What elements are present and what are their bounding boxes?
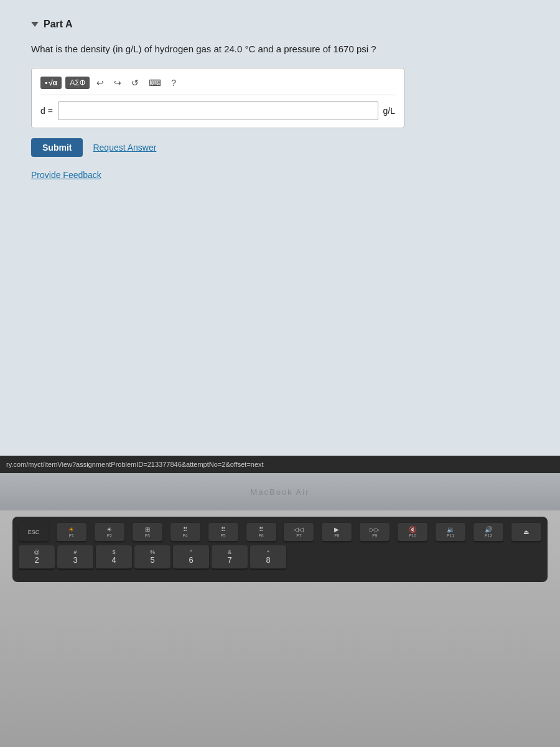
provide-feedback-button[interactable]: Provide Feedback (31, 170, 101, 180)
num-4: 4 (111, 555, 116, 565)
fn-row: ESC ☀ F1 ☀ F2 ⊞ F3 ⠿ F4 ⠿ F5 ⠿ (19, 523, 541, 542)
num-2: 2 (34, 555, 39, 565)
macbook-label-area: MacBook Air (0, 473, 560, 510)
dollar-4-key[interactable]: $ 4 (96, 545, 132, 569)
num-3: 3 (73, 555, 77, 565)
collapse-arrow-icon[interactable] (31, 22, 39, 27)
brightness-high-icon: ☀ (106, 526, 112, 533)
unit-label: g/L (383, 106, 395, 116)
submit-button[interactable]: Submit (31, 138, 83, 157)
at-2-key[interactable]: @ 2 (19, 545, 55, 569)
at-symbol: @ (34, 549, 39, 555)
f11-key[interactable]: 🔉 F11 (436, 523, 465, 542)
mute-icon: 🔇 (409, 526, 416, 533)
url-text: ry.com/myct/itemView?assignmentProblemID… (6, 461, 264, 468)
screen: Part A What is the density (in g/L) of h… (0, 0, 560, 473)
math-icon: ▪ (45, 78, 47, 87)
esc-key[interactable]: ESC (19, 523, 49, 542)
request-answer-button[interactable]: Request Answer (93, 143, 156, 153)
hash-symbol: # (73, 549, 77, 555)
f12-key[interactable]: 🔊 F12 (474, 523, 503, 542)
percent-5-key[interactable]: % 5 (134, 545, 170, 569)
ampersand-symbol: & (228, 549, 231, 555)
math-toolbar-button[interactable]: ▪ √α (40, 77, 62, 89)
help-button[interactable]: ? (168, 76, 179, 90)
keyboard-icon: ⌨ (149, 78, 161, 88)
answer-input[interactable] (58, 101, 378, 120)
volume-down-icon: 🔉 (447, 526, 454, 533)
f10-key[interactable]: 🔇 F10 (398, 523, 427, 542)
status-bar: ry.com/myct/itemView?assignmentProblemID… (0, 456, 560, 473)
ampersand-7-key[interactable]: & 7 (212, 545, 248, 569)
caret-symbol: ^ (190, 549, 192, 555)
f1-key[interactable]: ☀ F1 (57, 523, 86, 542)
launchpad-icon: ⠿ (183, 526, 187, 533)
toolbar: ▪ √α ΑΣΦ ↩ ↪ ↺ ⌨ ? (40, 76, 395, 95)
asterisk-8-key[interactable]: * 8 (250, 545, 286, 569)
num-5: 5 (150, 555, 154, 565)
caret-6-key[interactable]: ^ 6 (173, 545, 209, 569)
keyboard-button[interactable]: ⌨ (146, 76, 164, 90)
question-text: What is the density (in g/L) of hydrogen… (31, 42, 529, 57)
keyboard: ESC ☀ F1 ☀ F2 ⊞ F3 ⠿ F4 ⠿ F5 ⠿ (12, 517, 548, 582)
num-8: 8 (266, 555, 270, 565)
num-7: 7 (227, 555, 231, 565)
macbook-label: MacBook Air (251, 487, 310, 497)
volume-up-icon: 🔊 (485, 526, 492, 533)
f4-key[interactable]: ⠿ F4 (170, 523, 200, 542)
f6-key[interactable]: ⠿ F6 (246, 523, 276, 542)
part-title: Part A (44, 19, 73, 30)
power-key[interactable]: ⏏ (511, 523, 541, 542)
rewind-icon: ◁◁ (294, 526, 304, 533)
greek-btn-label: ΑΣΦ (70, 78, 85, 87)
content-area: Part A What is the density (in g/L) of h… (0, 0, 560, 456)
power-icon: ⏏ (523, 529, 529, 535)
answer-box: ▪ √α ΑΣΦ ↩ ↪ ↺ ⌨ ? (31, 68, 404, 128)
play-pause-icon: ▶ (334, 526, 339, 533)
redo-icon: ↪ (114, 78, 121, 88)
brightness-low-icon: ☀ (68, 526, 74, 533)
mission-control-icon: ⊞ (145, 526, 150, 533)
refresh-button[interactable]: ↺ (128, 76, 142, 90)
num-row: @ 2 # 3 $ 4 % 5 ^ 6 & 7 (19, 545, 541, 569)
input-label: d = (40, 106, 53, 116)
greek-toolbar-button[interactable]: ΑΣΦ (65, 77, 90, 89)
f2-key[interactable]: ☀ F2 (95, 523, 124, 542)
dollar-symbol: $ (112, 549, 115, 555)
f7-key[interactable]: ◁◁ F7 (284, 523, 314, 542)
redo-button[interactable]: ↪ (111, 76, 124, 90)
fast-forward-icon: ▷▷ (370, 526, 380, 533)
f9-key[interactable]: ▷▷ F9 (360, 523, 390, 542)
f5-key[interactable]: ⠿ F5 (208, 523, 238, 542)
math-btn-label: √α (49, 78, 57, 87)
hash-3-key[interactable]: # 3 (57, 545, 93, 569)
undo-button[interactable]: ↩ (93, 76, 107, 90)
f8-key[interactable]: ▶ F8 (322, 523, 352, 542)
input-row: d = g/L (40, 101, 395, 120)
part-header: Part A (31, 19, 529, 30)
keyboard-area: ESC ☀ F1 ☀ F2 ⊞ F3 ⠿ F4 ⠿ F5 ⠿ (0, 510, 560, 747)
f3-key[interactable]: ⊞ F3 (133, 523, 162, 542)
keyboard-backlight-high-icon: ⠿ (259, 526, 263, 533)
help-icon: ? (171, 78, 176, 88)
asterisk-symbol: * (267, 549, 269, 555)
keyboard-backlight-low-icon: ⠿ (221, 526, 225, 533)
refresh-icon: ↺ (131, 78, 139, 88)
num-6: 6 (189, 555, 193, 565)
button-row: Submit Request Answer (31, 138, 529, 157)
percent-symbol: % (150, 549, 155, 555)
undo-icon: ↩ (96, 78, 104, 88)
